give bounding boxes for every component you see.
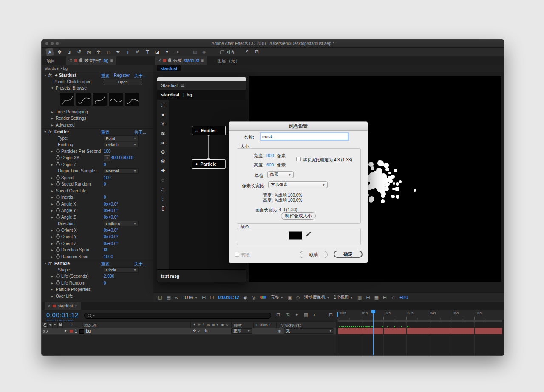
layer-name[interactable]: bg (86, 329, 91, 333)
search-input[interactable] (97, 313, 260, 318)
layer-expand-arrow[interactable]: ▶ (65, 329, 67, 333)
stopwatch-icon[interactable] (56, 156, 60, 160)
eraser-tool[interactable]: ◪ (153, 48, 161, 56)
stopwatch-icon[interactable] (56, 195, 60, 199)
property-value[interactable]: 100 (104, 175, 111, 180)
property-value[interactable]: 0x+0.0° (104, 208, 118, 213)
keyframe-dot[interactable] (394, 326, 395, 327)
particle-node-icon[interactable]: ● (157, 112, 169, 118)
property-value[interactable]: 1000 (104, 254, 113, 259)
layer-label-chip[interactable] (70, 330, 73, 333)
clone-stamp-tool[interactable]: ⊤ (144, 48, 151, 56)
expand-arrow-icon[interactable]: ▶ (51, 163, 53, 166)
expand-arrow-icon[interactable]: ▶ (51, 229, 53, 232)
pixel-aspect-icon[interactable]: ▥ (357, 295, 362, 300)
align-checkbox[interactable] (220, 50, 224, 54)
tab-layer[interactable]: 图层 （无） (217, 58, 240, 64)
units-dropdown[interactable]: 像素▼ (267, 171, 294, 178)
comp-mini-flowchart-icon[interactable]: ⊟ (276, 312, 280, 318)
collapse-arrow-icon[interactable]: ▼ (44, 130, 47, 133)
layer-parent-dropdown[interactable]: 无▼ (284, 328, 334, 334)
motion-blur-icon[interactable]: ◐ (313, 312, 316, 318)
layer-switch-icon[interactable]: ⁄ (199, 329, 200, 333)
property-dropdown[interactable]: Circle▼ (104, 267, 139, 273)
property-dropdown[interactable]: Default▼ (104, 142, 139, 147)
view-layout-dropdown[interactable]: 1个视图▼ (334, 294, 354, 300)
panel-node-icon[interactable]: ▯ (157, 205, 169, 211)
ok-button[interactable]: 确定 (334, 251, 363, 258)
preset-thumbnail[interactable] (108, 93, 123, 106)
stopwatch-icon[interactable] (56, 255, 60, 259)
panel-menu-icon[interactable]: ≡ (201, 58, 204, 63)
property-value[interactable]: 0 (104, 162, 106, 167)
comp-navigator-chip[interactable]: stardust (157, 65, 181, 71)
camera-dropdown[interactable]: 活动摄像机▼ (304, 294, 330, 300)
breadcrumb-comp[interactable]: stardust (161, 92, 179, 97)
stopwatch-icon[interactable] (56, 209, 60, 212)
stopwatch-icon[interactable] (56, 274, 60, 278)
burst-node-icon[interactable]: ✳ (157, 121, 169, 127)
selection-tool[interactable]: ➤ (45, 48, 54, 56)
panel-menu-icon[interactable]: ≡ (75, 304, 77, 308)
expand-arrow-icon[interactable]: ▶ (51, 124, 53, 127)
stopwatch-icon[interactable] (56, 235, 60, 239)
layer-duration-bar[interactable] (338, 328, 502, 334)
magnification-dropdown[interactable]: 100%▼ (183, 295, 198, 300)
lock-icon[interactable] (79, 59, 82, 62)
lock-icon[interactable] (168, 59, 171, 62)
timeline-tab[interactable]: × stardust ≡ (45, 302, 81, 310)
property-value[interactable]: 60 (104, 248, 108, 252)
keyframe-dot[interactable] (371, 326, 372, 327)
snapshot-icon[interactable]: ◉ (244, 295, 248, 300)
keyframe-dot[interactable] (355, 326, 356, 327)
tab-effect-controls[interactable]: × 效果控件 bg ≡ (66, 56, 116, 65)
plugin-menu-icon[interactable]: ≡ (181, 82, 184, 89)
expand-arrow-icon[interactable]: ▶ (51, 183, 53, 186)
draft-3d-icon[interactable]: ◳ (285, 312, 289, 318)
resolution-dropdown[interactable]: 完整▼ (271, 294, 283, 300)
expand-arrow-icon[interactable]: ▶ (51, 282, 53, 285)
keyframe-dot[interactable] (382, 326, 383, 327)
tab-project[interactable]: 项目 (47, 58, 55, 64)
collapse-arrow-icon[interactable]: ▼ (44, 74, 47, 77)
preset-thumbnail[interactable] (60, 93, 75, 106)
preview-checkbox[interactable] (235, 252, 239, 257)
toggle-viewer-layout-icon[interactable]: ◫ (158, 295, 162, 300)
layer-visibility-icon[interactable] (43, 330, 48, 333)
pan-behind-tool[interactable]: ✛ (95, 48, 102, 56)
stopwatch-icon[interactable] (56, 182, 60, 186)
pen-tool[interactable]: ✒ (114, 48, 122, 56)
keyframe-dot[interactable] (353, 326, 354, 327)
stopwatch-icon[interactable] (56, 202, 60, 206)
keyframe-dot[interactable] (387, 326, 388, 327)
expand-arrow-icon[interactable]: ▶ (51, 255, 53, 259)
window-titlebar[interactable]: Adobe After Effects CC 2018 - /Users/eri… (42, 40, 504, 48)
snowflake-node-icon[interactable]: ✻ (157, 158, 169, 164)
keyframe-dot[interactable] (349, 326, 350, 327)
timeline-search[interactable]: ▼ (84, 313, 271, 319)
preview-monitor-icon[interactable]: ▤ (166, 295, 170, 300)
grid-and-guides-icon[interactable]: ⊞ (202, 295, 206, 300)
expand-arrow-icon[interactable]: ▶ (51, 189, 53, 193)
width-value[interactable]: 800 (266, 153, 274, 158)
collapse-arrow-icon[interactable]: ▼ (44, 262, 47, 265)
pixel-aspect-dropdown[interactable]: 方形像素▼ (268, 181, 328, 188)
trkmat-column-header[interactable]: TrkMat (259, 323, 271, 327)
keyframe-dot[interactable] (343, 326, 344, 327)
mask-visibility-icon[interactable]: ⊡ (210, 295, 214, 300)
close-icon[interactable]: × (70, 58, 72, 63)
expand-arrow-icon[interactable]: ▶ (51, 275, 53, 278)
point-picker-icon[interactable]: ✛ (104, 155, 110, 161)
transparency-grid-icon[interactable]: ◇ (296, 295, 300, 300)
stopwatch-icon[interactable] (56, 248, 60, 252)
emitter-node[interactable]: ∷ Emitter (192, 126, 226, 135)
camera-tool[interactable]: ◎ (85, 48, 93, 56)
panel-menu-icon[interactable]: ≡ (110, 58, 113, 63)
pickwhip-icon[interactable]: ◎ (278, 329, 281, 333)
frame-blend-icon[interactable]: ▦ (304, 312, 308, 318)
keyframe-dot[interactable] (407, 326, 408, 327)
expand-arrow-icon[interactable]: ▶ (51, 295, 53, 298)
show-channel-icon[interactable] (260, 295, 266, 299)
expand-arrow-icon[interactable]: ▶ (51, 203, 53, 206)
expand-arrow-icon[interactable]: ▶ (51, 110, 53, 114)
